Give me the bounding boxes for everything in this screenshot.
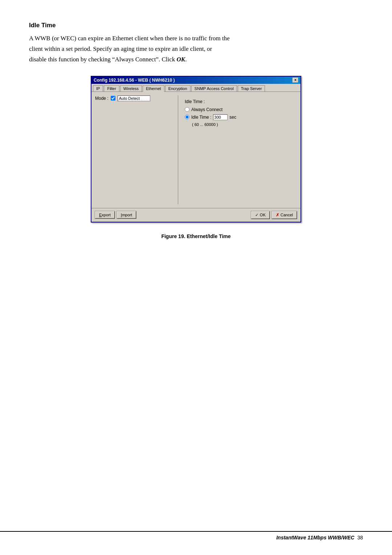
dialog-body: Mode : Auto Detect Idle Time : Always <box>91 92 301 208</box>
cancel-x-icon: ✗ <box>276 213 279 217</box>
export-label: Export <box>99 213 111 217</box>
tab-wireless[interactable]: Wireless <box>120 85 142 91</box>
footer-product: InstantWave 11Mbps WWB/WEC <box>276 535 354 540</box>
cancel-button[interactable]: ✗ Cancel <box>272 211 297 219</box>
dialog-left-panel: Mode : Auto Detect <box>95 95 175 204</box>
always-connect-row: Always Connect <box>185 107 297 112</box>
mode-dropdown[interactable]: Auto Detect <box>118 95 150 101</box>
always-connect-radio[interactable] <box>185 107 189 112</box>
idle-time-radio[interactable] <box>185 115 189 119</box>
tab-filter[interactable]: Filter <box>104 85 119 91</box>
tab-ethernet[interactable]: Ethernet <box>143 85 164 92</box>
dialog-titlebar: Config 192.168.4.56 - WEB ( NWH6210 ) × <box>91 77 301 84</box>
dialog-tabs: IP Filter Wireless Ethernet Encryption S… <box>91 84 301 92</box>
body-text: A WWB (or WEC) can expire an Ethernet cl… <box>29 33 363 65</box>
import-button[interactable]: Import <box>117 211 136 219</box>
tab-encryption[interactable]: Encryption <box>165 85 191 91</box>
dialog-footer: Export Import ✓ OK ✗ <box>91 208 301 222</box>
page-footer: InstantWave 11Mbps WWB/WEC 38 <box>0 531 392 540</box>
tab-trap-server[interactable]: Trap Server <box>238 85 265 91</box>
ok-checkmark-icon: ✓ <box>255 213 258 217</box>
footer-left-buttons: Export Import <box>95 211 136 219</box>
idle-time-input[interactable] <box>213 114 228 120</box>
close-button[interactable]: × <box>293 78 298 83</box>
footer-right-buttons: ✓ OK ✗ Cancel <box>251 211 297 219</box>
panel-divider <box>178 95 178 204</box>
tab-snmp-access[interactable]: SNMP Access Control <box>191 85 237 91</box>
mode-row: Mode : Auto Detect <box>95 95 171 101</box>
mode-label: Mode : <box>95 96 109 101</box>
idle-time-title: Idle Time : <box>185 99 297 104</box>
ok-button[interactable]: ✓ OK <box>251 211 270 219</box>
idle-time-unit: sec <box>229 115 236 120</box>
tab-ip[interactable]: IP <box>93 85 103 91</box>
dialog-container: Config 192.168.4.56 - WEB ( NWH6210 ) × … <box>29 76 363 223</box>
ok-label: OK <box>260 213 266 217</box>
config-dialog: Config 192.168.4.56 - WEB ( NWH6210 ) × … <box>91 76 301 223</box>
figure-caption: Figure 19. Ethernet/Idle Time <box>29 233 363 239</box>
import-label: Import <box>121 213 132 217</box>
mode-checkbox[interactable] <box>111 96 115 101</box>
always-connect-label: Always Connect <box>191 107 222 112</box>
dialog-title: Config 192.168.4.56 - WEB ( NWH6210 ) <box>94 78 175 83</box>
section-title: Idle Time <box>29 22 363 29</box>
export-button[interactable]: Export <box>95 211 115 219</box>
cancel-label: Cancel <box>281 213 293 217</box>
idle-time-section: Idle Time : Always Connect Idle Time : s… <box>185 99 297 127</box>
idle-time-row: Idle Time : sec <box>185 114 297 120</box>
idle-time-range: ( 60 ... 60000 ) <box>192 122 297 127</box>
footer-page-number: 38 <box>357 535 363 540</box>
dialog-right-panel: Idle Time : Always Connect Idle Time : s… <box>181 95 297 204</box>
idle-time-radio-label: Idle Time : <box>191 115 211 120</box>
